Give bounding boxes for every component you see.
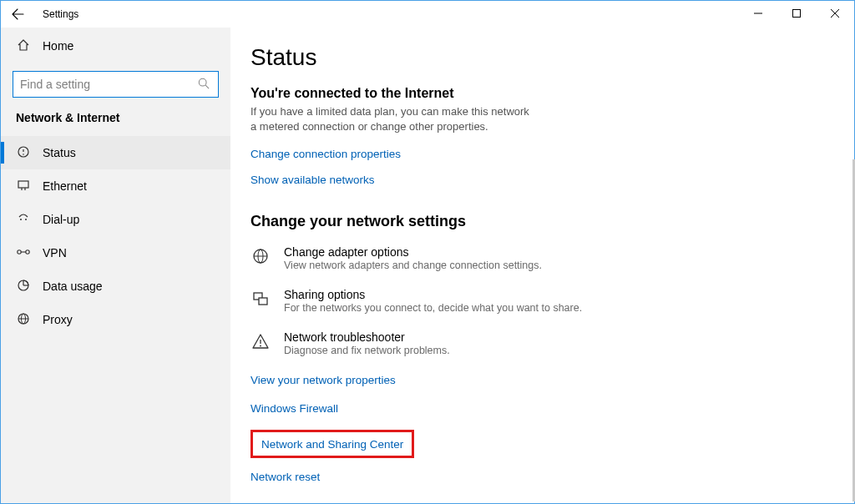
- svg-point-14: [18, 250, 21, 254]
- svg-point-13: [25, 219, 27, 220]
- vpn-icon: [16, 246, 31, 260]
- data-usage-icon: [16, 279, 31, 295]
- svg-point-4: [199, 78, 206, 86]
- sidebar-item-home[interactable]: Home: [1, 28, 230, 64]
- dialup-icon: [16, 212, 31, 228]
- maximize-button[interactable]: [777, 1, 816, 26]
- svg-rect-9: [18, 181, 28, 188]
- status-icon: [16, 145, 31, 161]
- option-troubleshooter[interactable]: Network troubleshooter Diagnose and fix …: [250, 330, 821, 356]
- section-heading-network-settings: Change your network settings: [250, 213, 821, 230]
- adapter-icon: [250, 245, 271, 271]
- option-title: Network troubleshooter: [284, 330, 450, 344]
- back-arrow-icon: [11, 8, 24, 21]
- svg-point-29: [260, 345, 261, 347]
- sidebar-category: Network & Internet: [1, 106, 230, 136]
- option-sharing[interactable]: Sharing options For the networks you con…: [250, 288, 821, 314]
- home-icon: [16, 38, 31, 54]
- sidebar-item-label: Data usage: [43, 280, 103, 293]
- svg-line-5: [205, 85, 209, 88]
- connected-desc: If you have a limited data plan, you can…: [250, 104, 534, 134]
- option-desc: For the networks you connect to, decide …: [284, 302, 582, 314]
- window-title: Settings: [43, 8, 78, 20]
- link-network-reset[interactable]: Network reset: [250, 471, 320, 483]
- sidebar-item-label: Status: [43, 146, 76, 159]
- option-desc: Diagnose and fix network problems.: [284, 345, 450, 356]
- sidebar-item-label: VPN: [43, 246, 67, 260]
- minimize-button[interactable]: [739, 1, 777, 26]
- link-view-properties[interactable]: View your network properties: [250, 374, 396, 386]
- link-windows-firewall[interactable]: Windows Firewall: [250, 402, 338, 415]
- close-icon: [831, 9, 839, 18]
- link-list: View your network properties Windows Fir…: [250, 373, 821, 498]
- link-change-connection-properties[interactable]: Change connection properties: [250, 148, 821, 160]
- svg-rect-27: [259, 298, 267, 305]
- content-pane: Status You're connected to the Internet …: [230, 28, 854, 503]
- close-button[interactable]: [816, 1, 854, 26]
- page-title: Status: [250, 44, 821, 71]
- sidebar-home-label: Home: [43, 39, 73, 53]
- proxy-icon: [16, 312, 31, 328]
- svg-rect-1: [793, 10, 801, 18]
- svg-point-15: [26, 250, 29, 254]
- option-title: Sharing options: [284, 288, 582, 301]
- sidebar-item-label: Dial-up: [43, 213, 79, 226]
- sidebar: Home Network & Internet Status Ethern: [1, 28, 230, 503]
- troubleshoot-icon: [250, 330, 271, 356]
- ethernet-icon: [16, 179, 31, 194]
- svg-point-12: [20, 219, 22, 220]
- sidebar-item-status[interactable]: Status: [1, 136, 230, 169]
- titlebar: Settings: [1, 1, 854, 28]
- sidebar-item-datausage[interactable]: Data usage: [1, 270, 230, 303]
- settings-window: Settings Home: [0, 0, 855, 504]
- connected-heading: You're connected to the Internet: [250, 86, 821, 101]
- sidebar-item-label: Ethernet: [43, 179, 87, 193]
- sharing-icon: [250, 288, 271, 314]
- sidebar-item-label: Proxy: [43, 313, 73, 326]
- sidebar-item-dialup[interactable]: Dial-up: [1, 203, 230, 236]
- link-show-available-networks[interactable]: Show available networks: [250, 174, 821, 186]
- back-button[interactable]: [1, 1, 34, 28]
- option-title: Change adapter options: [284, 245, 542, 259]
- minimize-icon: [754, 9, 762, 18]
- sidebar-item-vpn[interactable]: VPN: [1, 236, 230, 270]
- highlight-network-sharing-center: Network and Sharing Center: [250, 430, 414, 458]
- search-input[interactable]: [20, 78, 198, 91]
- search-input-wrap[interactable]: [13, 71, 219, 98]
- maximize-icon: [792, 9, 801, 18]
- link-network-sharing-center[interactable]: Network and Sharing Center: [261, 438, 403, 451]
- sidebar-item-ethernet[interactable]: Ethernet: [1, 169, 230, 203]
- sidebar-item-proxy[interactable]: Proxy: [1, 303, 230, 336]
- svg-point-8: [23, 154, 24, 155]
- search-icon: [198, 78, 211, 91]
- option-desc: View network adapters and change connect…: [284, 260, 542, 271]
- option-change-adapter[interactable]: Change adapter options View network adap…: [250, 245, 821, 271]
